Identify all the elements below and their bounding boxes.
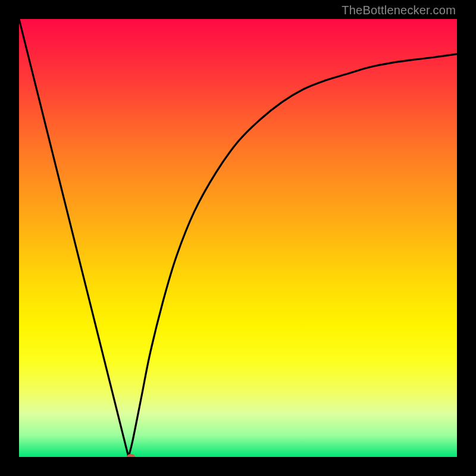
- bottleneck-curve: [19, 19, 457, 457]
- plot-area: [19, 19, 457, 457]
- target-marker: [127, 454, 135, 457]
- chart-frame: TheBottlenecker.com: [0, 0, 476, 476]
- attribution-text: TheBottlenecker.com: [342, 4, 456, 17]
